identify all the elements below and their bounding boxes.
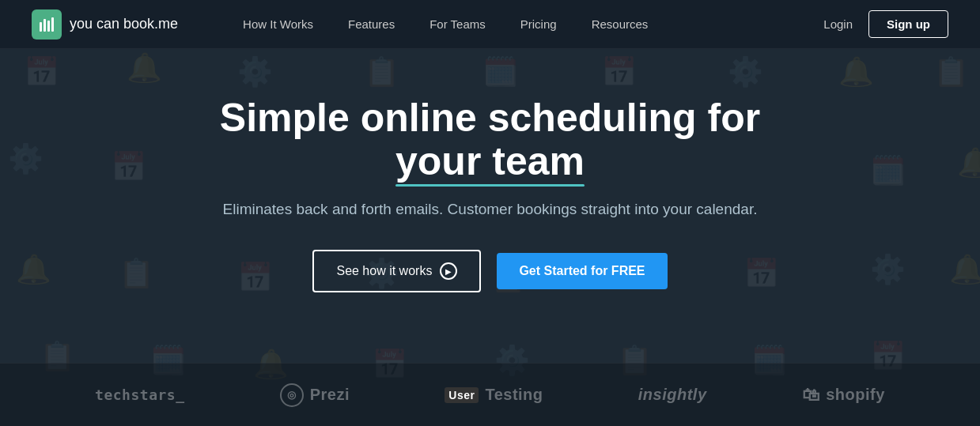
navbar: you can book.me How It Works Features Fo…: [0, 0, 980, 49]
hero-title: Simple online scheduling for your team: [134, 96, 846, 183]
svg-rect-1: [44, 19, 46, 32]
hero-title-start: Simple online scheduling for: [220, 96, 760, 140]
svg-rect-2: [47, 21, 50, 32]
logo-text: you can book.me: [70, 16, 178, 32]
login-link[interactable]: Login: [823, 17, 853, 31]
nav-how-it-works[interactable]: How It Works: [225, 0, 331, 49]
svg-rect-3: [51, 17, 54, 32]
nav-features[interactable]: Features: [331, 0, 412, 49]
get-started-button[interactable]: Get Started for FREE: [497, 253, 667, 289]
svg-rect-0: [40, 22, 42, 32]
nav-resources[interactable]: Resources: [574, 0, 666, 49]
nav-actions: Login Sign up: [823, 10, 948, 38]
see-how-label: See how it works: [336, 264, 432, 278]
nav-for-teams[interactable]: For Teams: [412, 0, 503, 49]
logo-icon: [32, 9, 62, 40]
nav-pricing[interactable]: Pricing: [503, 0, 574, 49]
logo-shopify: 🛍 shopify: [802, 385, 885, 405]
hero-title-highlight: your team: [395, 140, 585, 183]
hero-buttons: See how it works ▶ Get Started for FREE: [312, 250, 667, 292]
logo-svg: [38, 16, 55, 33]
hero-subtitle: Eliminates back and forth emails. Custom…: [223, 201, 758, 218]
prezi-circle-icon: ◎: [280, 383, 304, 407]
play-icon: ▶: [440, 262, 457, 280]
nav-links: How It Works Features For Teams Pricing …: [225, 0, 823, 49]
logo-insightly: insightly: [638, 386, 707, 404]
logo-link[interactable]: you can book.me: [32, 9, 178, 40]
logo-prezi: ◎ Prezi: [280, 383, 350, 407]
signup-button[interactable]: Sign up: [868, 10, 948, 38]
usertesting-box: User: [445, 387, 479, 403]
logo-techstars: techstars_: [95, 386, 184, 403]
hero-section: Simple online scheduling for your team E…: [0, 49, 980, 324]
shopify-bag-icon: 🛍: [802, 385, 820, 405]
see-how-button[interactable]: See how it works ▶: [312, 250, 481, 292]
logo-usertesting: UserTesting: [445, 386, 543, 404]
logos-bar: techstars_ ◎ Prezi UserTesting insightly…: [0, 363, 980, 426]
